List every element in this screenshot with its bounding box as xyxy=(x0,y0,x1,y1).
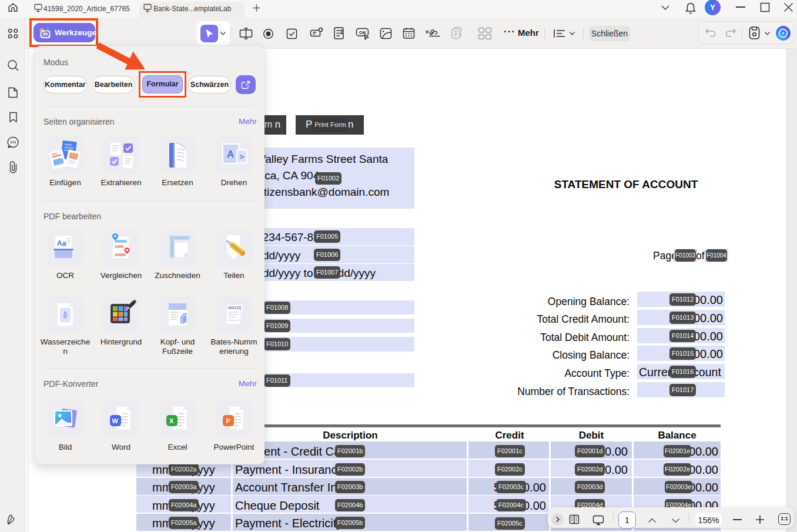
svg-text:A: A xyxy=(227,149,234,160)
svg-text:000123: 000123 xyxy=(228,306,241,310)
svg-text:>: > xyxy=(240,152,245,161)
svg-text:Aa: Aa xyxy=(57,239,66,247)
svg-text:P: P xyxy=(226,417,230,424)
svg-text:W: W xyxy=(112,417,119,424)
svg-text:OK: OK xyxy=(359,30,366,35)
svg-text:X: X xyxy=(169,417,174,424)
